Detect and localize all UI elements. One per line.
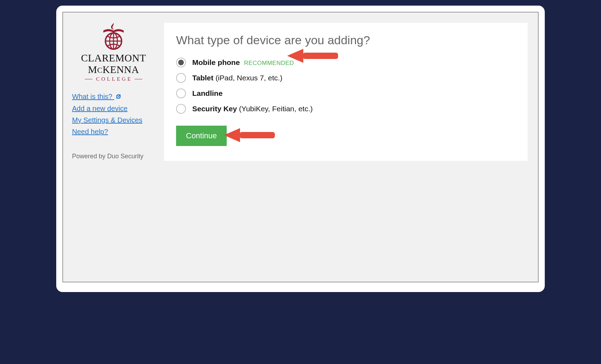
option-landline[interactable]: Landline [176, 88, 516, 98]
powered-by-text: Powered by Duo Security [72, 153, 143, 160]
annotation-arrow-icon [224, 125, 277, 145]
link-need-help[interactable]: Need help? [72, 128, 142, 136]
option-label: Mobile phone [192, 58, 240, 66]
link-what-is-this[interactable]: What is this? [72, 93, 142, 101]
continue-button[interactable]: Continue [176, 126, 227, 146]
institution-logo: CLAREMONT MCKENNA COLLEGE [78, 23, 149, 82]
option-tablet[interactable]: Tablet (iPad, Nexus 7, etc.) [176, 73, 516, 83]
logo-college-line: COLLEGE [78, 76, 149, 82]
link-add-new-device[interactable]: Add a new device [72, 105, 142, 113]
outer-card: CLAREMONT MCKENNA COLLEGE What is this? [56, 6, 545, 292]
main-area: What type of device are you adding? Mobi… [164, 12, 538, 282]
radio-icon [176, 104, 186, 114]
radio-icon [176, 58, 186, 67]
device-type-card: What type of device are you adding? Mobi… [164, 23, 528, 161]
rule-left [85, 79, 92, 80]
sidebar-links: What is this? Add a new device My Settin… [72, 93, 142, 136]
option-security-key[interactable]: Security Key (YubiKey, Feitian, etc.) [176, 104, 516, 114]
sidebar: CLAREMONT MCKENNA COLLEGE What is this? [63, 12, 164, 282]
option-label: Landline [192, 89, 222, 97]
option-hint: (iPad, Nexus 7, etc.) [213, 74, 282, 82]
radio-icon [176, 88, 186, 98]
option-mobile-phone[interactable]: Mobile phone RECOMMENDED [176, 58, 516, 67]
device-type-options: Mobile phone RECOMMENDED Tablet (iPad, N… [176, 58, 516, 114]
duo-frame: CLAREMONT MCKENNA COLLEGE What is this? [63, 12, 538, 282]
option-label: Tablet [192, 74, 213, 82]
external-link-icon [116, 93, 121, 101]
option-label: Security Key [192, 105, 237, 113]
globe-book-icon [98, 23, 129, 50]
rule-right [135, 79, 142, 80]
page-title: What type of device are you adding? [176, 33, 516, 47]
radio-icon [176, 73, 186, 83]
option-hint: (YubiKey, Feitian, etc.) [237, 105, 313, 113]
svg-rect-7 [240, 132, 275, 138]
logo-text-line2: MCKENNA [78, 64, 149, 75]
logo-text-line1: CLAREMONT [78, 52, 149, 64]
recommended-badge: RECOMMENDED [244, 60, 294, 66]
link-my-settings-devices[interactable]: My Settings & Devices [72, 116, 142, 124]
